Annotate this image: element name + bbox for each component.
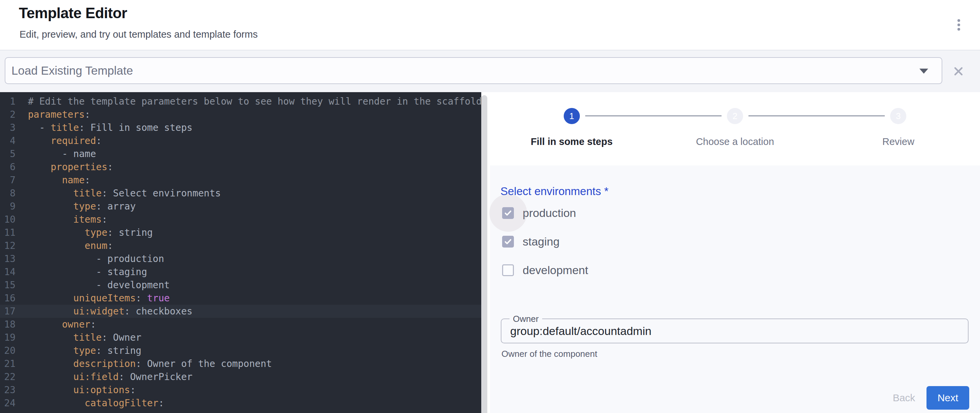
line-number: 5: [0, 147, 16, 160]
stepper-step: 2 Choose a location: [653, 92, 816, 165]
code-line[interactable]: 15 - development: [0, 278, 481, 292]
owner-field-value[interactable]: group:default/accountadmin: [510, 319, 652, 343]
code-line-content: ui:field: OwnerPicker: [28, 370, 192, 383]
code-line[interactable]: 6 properties:: [0, 160, 481, 173]
next-button[interactable]: Next: [926, 386, 969, 410]
template-editor-screen: Template Editor Edit, preview, and try o…: [0, 0, 980, 413]
code-line[interactable]: 20 type: string: [0, 344, 481, 357]
code-line-content: - development: [28, 278, 170, 292]
load-template-bar: Load Existing Template: [0, 51, 980, 92]
step-number-badge: 1: [564, 108, 580, 124]
owner-field[interactable]: Owner group:default/accountadmin: [501, 318, 969, 343]
code-line[interactable]: 19 title: Owner: [0, 331, 481, 344]
code-line[interactable]: 2 parameters:: [0, 108, 481, 121]
line-number: 8: [0, 187, 16, 200]
code-line[interactable]: 13 - production: [0, 252, 481, 265]
checkbox-label[interactable]: development: [523, 264, 588, 277]
code-line[interactable]: 11 type: string: [0, 226, 481, 239]
code-line[interactable]: 16 uniqueItems: true: [0, 292, 481, 305]
owner-helper-text: Owner of the component: [501, 349, 597, 359]
clear-template-button[interactable]: [950, 63, 967, 79]
close-icon: [953, 65, 964, 77]
code-line-content: required:: [28, 134, 102, 147]
code-line[interactable]: 4 required:: [0, 134, 481, 147]
code-line[interactable]: 10 items:: [0, 213, 481, 226]
code-line-content: owner:: [28, 318, 96, 331]
code-line[interactable]: 5 - name: [0, 147, 481, 160]
load-template-placeholder: Load Existing Template: [11, 64, 133, 77]
page-subtitle: Edit, preview, and try out templates and…: [19, 29, 258, 40]
code-line[interactable]: 22 ui:field: OwnerPicker: [0, 370, 481, 383]
code-line[interactable]: 12 enum:: [0, 239, 481, 252]
code-line-content: ui:options:: [28, 383, 135, 397]
code-editor-lines: 1 # Edit the template parameters below t…: [0, 95, 481, 410]
step-connector: [585, 115, 722, 116]
code-line-content: ui:widget: checkboxes: [28, 305, 192, 318]
line-number: 7: [0, 173, 16, 187]
line-number: 12: [0, 239, 16, 252]
line-number: 23: [0, 383, 16, 397]
checkbox-label[interactable]: staging: [523, 235, 560, 248]
more-vert-icon: [958, 19, 960, 22]
line-number: 6: [0, 160, 16, 173]
code-line[interactable]: 17 ui:widget: checkboxes: [0, 305, 481, 318]
step-label: Fill in some steps: [531, 136, 612, 147]
required-asterisk: *: [604, 185, 608, 197]
code-line[interactable]: 8 title: Select environments: [0, 187, 481, 200]
environment-checkbox-row[interactable]: staging: [502, 234, 588, 249]
line-number: 9: [0, 200, 16, 213]
step-label: Review: [882, 136, 915, 147]
line-number: 22: [0, 370, 16, 383]
line-number: 1: [0, 95, 16, 108]
code-line[interactable]: 24 catalogFilter:: [0, 397, 481, 410]
step-number-badge: 2: [727, 108, 743, 124]
code-line-content: type: array: [28, 200, 135, 213]
more-options-button[interactable]: [951, 16, 966, 33]
form-card: Select environments * production staging…: [490, 165, 980, 413]
checkmark-icon: [503, 208, 512, 218]
code-line[interactable]: 18 owner:: [0, 318, 481, 331]
checkmark-icon: [503, 237, 512, 246]
line-number: 24: [0, 397, 16, 410]
checkbox-label[interactable]: production: [523, 206, 576, 219]
code-line[interactable]: 9 type: array: [0, 200, 481, 213]
code-line-content: # Edit the template parameters below to …: [28, 95, 481, 108]
line-number: 3: [0, 121, 16, 134]
code-line[interactable]: 1 # Edit the template parameters below t…: [0, 95, 481, 108]
code-line-content: - name: [28, 147, 96, 160]
line-number: 19: [0, 331, 16, 344]
page-title: Template Editor: [19, 5, 127, 22]
stepper-step: 1 Fill in some steps: [490, 92, 653, 165]
checkbox[interactable]: [502, 207, 514, 219]
back-button[interactable]: Back: [884, 386, 924, 410]
code-editor[interactable]: 1 # Edit the template parameters below t…: [0, 92, 481, 413]
environment-checkbox-row[interactable]: development: [502, 262, 588, 278]
load-existing-template-select[interactable]: Load Existing Template: [5, 57, 942, 84]
line-number: 18: [0, 318, 16, 331]
environment-checkbox-row[interactable]: production: [502, 205, 588, 221]
code-line-content: title: Select environments: [28, 187, 221, 200]
code-line-content: parameters:: [28, 108, 90, 121]
code-line-content: properties:: [28, 160, 113, 173]
code-line[interactable]: 23 ui:options:: [0, 383, 481, 397]
environments-checkbox-group: production staging development: [502, 205, 588, 291]
code-line[interactable]: 21 description: Owner of the component: [0, 357, 481, 370]
code-line[interactable]: 14 - staging: [0, 265, 481, 278]
line-number: 21: [0, 357, 16, 370]
line-number: 15: [0, 278, 16, 292]
code-line-content: type: string: [28, 226, 153, 239]
step-label: Choose a location: [696, 136, 774, 147]
stepper: 1 Fill in some steps 2 Choose a location…: [490, 92, 980, 165]
code-line-content: items:: [28, 213, 107, 226]
line-number: 10: [0, 213, 16, 226]
checkbox[interactable]: [502, 236, 514, 248]
checkbox[interactable]: [502, 264, 514, 276]
code-line-content: title: Owner: [28, 331, 142, 344]
code-line[interactable]: 7 name:: [0, 173, 481, 187]
code-line-content: type: string: [28, 344, 142, 357]
code-line-content: - production: [28, 252, 164, 265]
code-line[interactable]: 3 - title: Fill in some steps: [0, 121, 481, 134]
line-number: 13: [0, 252, 16, 265]
page-header: Template Editor Edit, preview, and try o…: [0, 0, 980, 51]
editor-scrollbar[interactable]: [481, 95, 487, 413]
